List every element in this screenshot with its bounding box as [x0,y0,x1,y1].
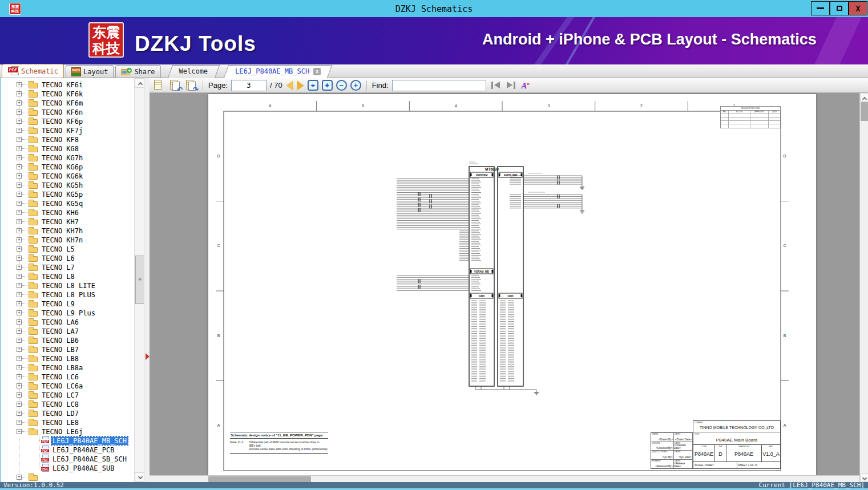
expand-toggle-icon[interactable]: + [17,192,22,197]
splitter-collapse-icon[interactable] [146,353,150,360]
tree-item-folder[interactable]: +TECNO KG5p [1,190,134,199]
expand-toggle-icon[interactable]: + [17,256,22,261]
tree-item-folder[interactable]: −TECNO LE6j [1,427,134,436]
expand-toggle-icon[interactable]: + [17,274,22,279]
expand-toggle-icon[interactable]: + [17,219,22,224]
tree-item-folder[interactable]: +TECNO LE8 [1,418,134,427]
zoom-in-button[interactable]: + [350,80,361,91]
tab-share[interactable]: + Share [115,65,160,78]
sidebar-splitter[interactable] [144,78,150,482]
page-number-input[interactable] [231,80,267,91]
tree-item-folder[interactable]: +TECNO LC6 [1,372,134,382]
tree-item-folder[interactable]: +TECNO KF6m [1,99,134,108]
close-tab-icon[interactable]: x [313,68,321,75]
expand-toggle-icon[interactable]: + [17,100,22,106]
tree-item-folder[interactable]: +TECNO KF6i [1,80,134,90]
tree-item-folder[interactable]: +TECNO L9 Plus [1,309,134,318]
expand-toggle-icon[interactable]: + [17,475,22,480]
tree-item-folder[interactable]: +TECNO KG5h [1,181,134,190]
expand-toggle-icon[interactable]: + [17,420,22,425]
expand-toggle-icon[interactable]: + [17,411,22,416]
tree-item-folder[interactable]: +TECNO KG6p [1,163,134,172]
tree-item-folder[interactable]: +TECNO KG7h [1,153,134,163]
tab-layout[interactable]: PADS Layout [66,65,114,78]
expand-toggle-icon[interactable]: + [17,374,22,379]
doc-tab-active-document[interactable]: LE6J_P840AE_MB_SCH x [226,65,330,78]
expand-toggle-icon[interactable]: + [17,128,22,133]
expand-toggle-icon[interactable]: + [17,155,22,160]
expand-toggle-icon[interactable]: + [17,402,22,407]
horizontal-scrollbar-thumb[interactable] [208,476,311,482]
maximize-button[interactable] [830,1,849,15]
find-input[interactable] [392,80,486,91]
vertical-scrollbar-track[interactable] [859,93,868,482]
fit-page-button[interactable]: ◂▸◂▸ [322,80,333,91]
tree-item-file[interactable]: PDFLE6J_P840AE_MB_SCH [1,436,134,446]
tree-item-folder[interactable]: +TECNO L8 PLUS [1,290,134,299]
tree-item-folder[interactable]: +TECNO LB7 [1,345,134,354]
tree-item-folder[interactable]: +TECNO LA7 [1,327,134,336]
tree-item-folder[interactable]: +TECNO KG6k [1,172,134,181]
tree-item-folder[interactable]: +TECNO LB8 [1,354,134,363]
tree-item-folder[interactable]: +TECNO KF6p [1,117,134,126]
expand-toggle-icon[interactable]: + [17,228,22,233]
tree-item-folder[interactable]: +TECNO KH7 [1,217,134,226]
expand-toggle-icon[interactable]: + [17,301,22,306]
expand-toggle-icon[interactable]: + [17,365,22,370]
tree-item-folder[interactable]: +TECNO L8 [1,272,134,281]
expand-toggle-icon[interactable]: + [17,383,22,388]
expand-toggle-icon[interactable]: + [17,183,22,188]
page-copy-icon[interactable] [153,79,165,91]
expand-toggle-icon[interactable]: + [17,246,22,252]
tree-item-file[interactable]: PDFLE6J_P840AE_PCB [1,446,134,455]
zoom-out-button[interactable]: − [336,80,347,91]
tree-item-folder[interactable]: +TECNO LA6 [1,318,134,327]
tree-item-folder[interactable]: +TECNO L5 [1,245,134,254]
tree-item-folder[interactable]: +TECNO KF7j [1,126,134,135]
find-previous-icon[interactable] [491,81,501,90]
expand-toggle-icon[interactable]: + [17,146,22,151]
tree-item-folder[interactable]: +TECNO KF8 [1,135,134,144]
tree-item-folder[interactable]: +TECNO KG8 [1,144,134,153]
expand-toggle-icon[interactable]: + [17,338,22,343]
doc-tab-welcome[interactable]: Welcome [170,65,217,78]
tree-item-folder[interactable]: +TECNO KH7n [1,236,134,245]
expand-toggle-icon[interactable]: + [17,356,22,361]
expand-toggle-icon[interactable]: + [17,310,22,315]
tree-item-folder[interactable]: +TECNO KF6n [1,108,134,117]
rotate-left-icon[interactable]: ↶ [169,79,181,91]
expand-toggle-icon[interactable]: + [17,292,22,297]
tree-item-folder[interactable]: +TECNO LB6 [1,336,134,345]
match-case-icon[interactable]: Aa [522,80,530,91]
tab-schematic[interactable]: PDF Schematic [2,64,64,78]
tree-item-folder[interactable]: +TECNO LC8 [1,400,134,409]
expand-toggle-icon[interactable]: + [17,164,22,169]
tree-item-folder[interactable]: +TECNO KH7h [1,226,134,236]
tree-item-folder[interactable]: +TECNO KF6k [1,90,134,99]
expand-toggle-icon[interactable]: + [17,347,22,352]
tree-item-folder[interactable]: +TECNO KG5q [1,199,134,208]
expand-toggle-icon[interactable]: + [17,329,22,334]
tree-item-folder[interactable]: +TECNO LB8a [1,363,134,372]
expand-toggle-icon[interactable]: + [17,110,22,115]
vertical-scrollbar-thumb[interactable] [861,102,868,121]
expand-toggle-icon[interactable]: + [17,237,22,242]
horizontal-scrollbar-track[interactable] [150,475,859,482]
tree-item-folder[interactable]: +TECNO KH6 [1,208,134,217]
expand-toggle-icon[interactable]: + [17,137,22,142]
tree-item-folder[interactable]: +TECNO L6 [1,254,134,263]
tree-item-folder-partial[interactable]: + [1,473,134,482]
expand-toggle-icon[interactable]: + [17,283,22,288]
previous-page-button[interactable] [286,80,293,91]
close-button[interactable]: X [849,1,867,15]
expand-toggle-icon[interactable]: + [17,392,22,398]
expand-toggle-icon[interactable]: + [17,82,22,87]
tree-item-file[interactable]: PDFLE6J_P840AE_SUB [1,464,134,473]
expand-toggle-icon[interactable]: + [17,173,22,179]
tree-item-folder[interactable]: +TECNO LC7 [1,391,134,400]
expand-toggle-icon[interactable]: + [17,210,22,215]
rotate-right-icon[interactable]: ↷ [185,79,197,91]
tree-item-folder[interactable]: +TECNO L8 LITE [1,281,134,290]
tree-item-file[interactable]: PDFLE6J_P840AE_SB_SCH [1,455,134,464]
expand-toggle-icon[interactable]: + [17,119,22,124]
